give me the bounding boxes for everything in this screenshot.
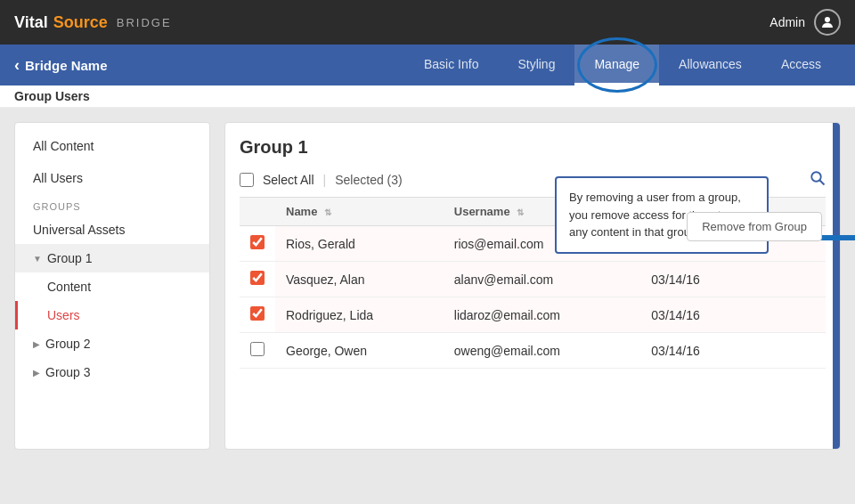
svg-point-0: [825, 17, 830, 22]
group-3-label: Group 3: [45, 365, 91, 379]
cell-name: Vasquez, Alan: [275, 262, 444, 297]
remove-btn-container: Remove from Group: [687, 212, 822, 241]
chevron-right-icon-2: ▶: [33, 368, 40, 378]
logo-bridge: BRIDGE: [117, 16, 172, 29]
cell-name: Rodriguez, Lida: [275, 297, 444, 333]
selected-count: Selected (3): [335, 173, 402, 187]
tab-styling[interactable]: Styling: [498, 45, 574, 85]
col-checkbox: [240, 198, 275, 226]
table-row: George, Owenoweng@email.com03/14/16: [240, 333, 826, 369]
sidebar-item-universal-assets[interactable]: Universal Assets: [15, 215, 209, 244]
cell-username: alanv@email.com: [444, 262, 641, 297]
chevron-right-icon: ▶: [33, 339, 40, 349]
svg-line-2: [819, 180, 824, 184]
sidebar-item-all-users[interactable]: All Users: [15, 162, 209, 194]
row-checkbox-2[interactable]: [250, 306, 265, 321]
table-row: Rodriguez, Lidalidaroz@email.com03/14/16: [240, 297, 826, 333]
sidebar-item-users[interactable]: Users: [15, 301, 209, 329]
tab-allowances[interactable]: Allowances: [659, 45, 761, 85]
row-checkbox-3[interactable]: [250, 342, 265, 356]
right-stripe: [833, 123, 840, 449]
select-all-checkbox[interactable]: [240, 173, 254, 187]
tab-access[interactable]: Access: [761, 45, 841, 85]
sidebar-item-group-1[interactable]: ▼ Group 1: [15, 244, 209, 272]
bridge-name-label: Bridge Name: [25, 58, 108, 73]
groups-section-label: GROUPS: [15, 194, 209, 215]
main-layout: All Content All Users GROUPS Universal A…: [0, 108, 855, 464]
avatar[interactable]: [814, 9, 841, 36]
sidebar-item-group-2[interactable]: ▶ Group 2: [15, 329, 209, 358]
remove-from-group-button[interactable]: Remove from Group: [687, 212, 822, 241]
tab-manage[interactable]: Manage: [574, 45, 659, 85]
cell-username: oweng@email.com: [444, 333, 641, 369]
cell-username: lidaroz@email.com: [444, 297, 641, 333]
group-1-label: Group 1: [47, 251, 93, 265]
chevron-down-icon: ▼: [33, 254, 42, 264]
group-2-label: Group 2: [45, 337, 91, 351]
select-all-label: Select All: [263, 173, 314, 187]
sort-arrows-name: ⇅: [324, 207, 331, 217]
sidebar-item-group-3[interactable]: ▶ Group 3: [15, 358, 209, 386]
tab-basic-info[interactable]: Basic Info: [404, 45, 498, 85]
sidebar-item-content[interactable]: Content: [15, 272, 209, 301]
search-button[interactable]: [810, 170, 826, 190]
sidebar: All Content All Users GROUPS Universal A…: [14, 122, 210, 450]
top-bar: VitalSource BRIDGE Admin: [0, 0, 855, 45]
col-name[interactable]: Name ⇅: [275, 198, 444, 226]
separator: |: [323, 173, 327, 187]
svg-point-1: [811, 172, 821, 182]
admin-label: Admin: [770, 15, 805, 29]
top-right: Admin: [770, 9, 841, 36]
nav-bar: ‹ Bridge Name Basic Info Styling Manage …: [0, 45, 855, 85]
row-checkbox-1[interactable]: [250, 271, 265, 285]
cell-activation-date: 03/14/16: [640, 262, 826, 297]
row-checkbox-0[interactable]: [250, 235, 265, 249]
cell-activation-date: 03/14/16: [640, 333, 826, 369]
nav-back[interactable]: ‹ Bridge Name: [14, 56, 108, 75]
page-title: Group Users: [14, 89, 90, 103]
logo-vital: Vital: [14, 13, 48, 32]
breadcrumb: Group Users: [0, 85, 855, 108]
cell-name: Rios, Gerald: [275, 226, 444, 262]
nav-tabs: Basic Info Styling Manage Allowances Acc…: [404, 45, 841, 85]
sort-arrows-username: ⇅: [517, 207, 524, 217]
universal-assets-label: Universal Assets: [33, 223, 125, 237]
logo: VitalSource BRIDGE: [14, 13, 172, 32]
sidebar-item-all-content[interactable]: All Content: [15, 130, 209, 162]
cell-activation-date: 03/14/16: [640, 297, 826, 333]
group-title: Group 1: [240, 137, 826, 158]
back-arrow-icon: ‹: [14, 56, 20, 75]
table-row: Vasquez, Alanalanv@email.com03/14/16: [240, 262, 826, 297]
logo-source: Source: [53, 13, 108, 32]
content-area: Group 1 Select All | Selected (3) Name ⇅: [224, 122, 841, 450]
cell-name: George, Owen: [275, 333, 444, 369]
